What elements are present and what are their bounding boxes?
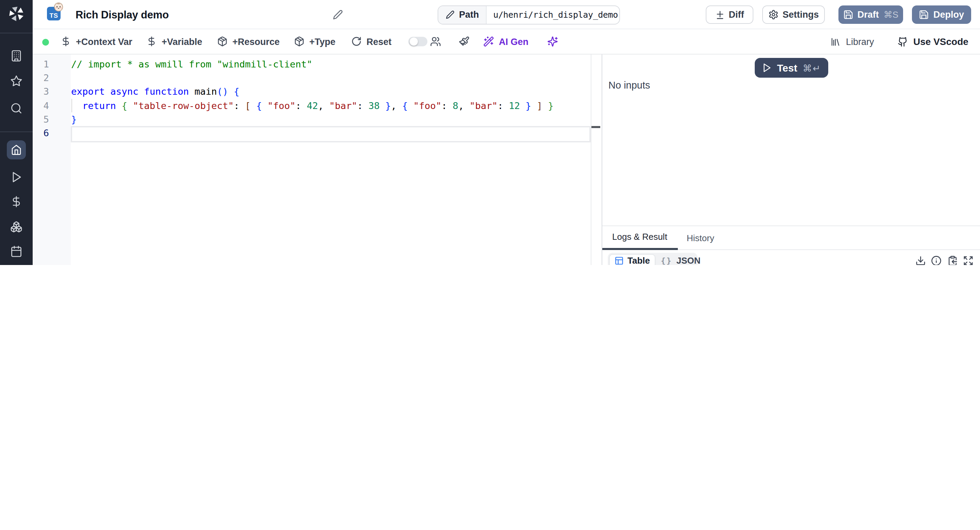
boxes-icon	[10, 221, 22, 233]
sidebar-divider	[0, 131, 33, 132]
toolbar-add-type-button[interactable]: +Type	[294, 29, 336, 54]
play-icon	[761, 63, 772, 73]
sidebar-item-resources[interactable]	[0, 221, 33, 233]
sparkles-icon	[547, 36, 558, 47]
toolbar-item-label: +Context Var	[76, 37, 132, 47]
sidebar-divider	[0, 32, 33, 33]
format-button[interactable]	[459, 29, 469, 54]
line-number: 3	[33, 85, 49, 99]
dollar-icon	[60, 37, 71, 47]
editor-right-edge	[591, 54, 592, 265]
line-number: 1	[33, 57, 49, 71]
clipboard-copy-icon[interactable]	[947, 255, 958, 265]
search-icon	[10, 102, 22, 115]
toolbar-reset-button[interactable]: Reset	[351, 29, 392, 54]
result-actions	[915, 253, 974, 265]
view-table-label: Table	[627, 256, 650, 265]
path-widget: Path u/henri/rich_display_demo	[437, 5, 620, 24]
download-result-icon[interactable]	[915, 255, 926, 265]
deploy-label: Deploy	[933, 10, 964, 20]
editor-toolbar: +Context Var+Variable+Resource+TypeReset…	[33, 29, 980, 54]
github-icon	[898, 37, 908, 47]
toolbar-item-label: +Resource	[232, 37, 280, 47]
building-icon	[10, 50, 22, 62]
table-icon	[614, 256, 624, 265]
sidebar-item-runs[interactable]	[0, 171, 33, 183]
edit-title-pencil-icon[interactable]	[333, 10, 343, 20]
diff-label: Diff	[729, 10, 744, 20]
package-icon	[217, 37, 228, 47]
deploy-button[interactable]: Deploy	[912, 5, 971, 24]
expand-icon[interactable]	[963, 255, 974, 265]
library-button[interactable]: Library	[830, 29, 874, 54]
code-line-1: // import * as wmill from "windmill-clie…	[71, 57, 312, 71]
view-table-button[interactable]: Table	[609, 254, 655, 265]
panel-divider[interactable]	[601, 54, 602, 265]
run-panel: Test ⌘↵ No inputs Logs & Result History …	[601, 54, 980, 265]
play-icon	[10, 171, 22, 183]
ai-assistant-button[interactable]	[547, 29, 558, 54]
overview-ruler-cursor	[591, 126, 600, 128]
sidebar-item-workspace[interactable]	[0, 50, 33, 62]
no-inputs-text: No inputs	[608, 80, 650, 91]
save-icon	[919, 10, 929, 20]
code-editor[interactable]: 1// import * as wmill from "windmill-cli…	[33, 54, 601, 265]
result-tabbar: Logs & Result History	[601, 226, 980, 250]
settings-label: Settings	[783, 10, 819, 20]
gear-icon	[768, 10, 778, 20]
pencil-icon	[445, 10, 454, 19]
sidebar-item-favorites[interactable]	[0, 75, 33, 87]
page-title: Rich Display demo	[76, 0, 169, 29]
tab-logs-result[interactable]: Logs & Result	[601, 226, 678, 250]
toolbar-item-label: +Variable	[162, 37, 202, 47]
tab-history[interactable]: History	[675, 226, 726, 250]
line-number: 2	[33, 71, 49, 85]
current-line-highlight	[70, 126, 590, 142]
view-json-button[interactable]: {} JSON	[655, 256, 706, 265]
diff-button[interactable]: Diff	[706, 5, 753, 24]
status-dot	[42, 38, 49, 45]
code-line-5: }	[71, 112, 77, 126]
sidebar-item-home[interactable]	[7, 140, 26, 160]
diff-mode-toggle[interactable]	[408, 37, 427, 46]
braces-icon: {}	[661, 256, 672, 265]
path-edit-button[interactable]: Path	[438, 6, 487, 24]
draft-label: Draft	[858, 10, 879, 20]
home-icon	[11, 144, 22, 155]
info-icon[interactable]	[931, 255, 942, 265]
draft-shortcut: ⌘S	[884, 10, 898, 20]
dollar-icon	[146, 37, 157, 47]
path-value[interactable]: u/henri/rich_display_demo	[487, 6, 618, 24]
windmill-logo-icon[interactable]	[8, 5, 24, 22]
ai-gen-button[interactable]: AI Gen	[483, 29, 528, 54]
line-number: 6	[33, 126, 49, 140]
use-vscode-button[interactable]: Use VScode	[898, 29, 969, 54]
line-number: 4	[33, 99, 49, 112]
test-button[interactable]: Test ⌘↵	[754, 58, 828, 78]
paintbrush-icon	[459, 36, 469, 47]
path-label: Path	[459, 10, 479, 20]
toolbar-add-variable-button[interactable]: +Variable	[146, 29, 202, 54]
sidebar-item-schedules[interactable]	[0, 245, 33, 257]
sidebar	[0, 0, 33, 265]
calendar-icon	[10, 245, 22, 257]
ai-gen-label: AI Gen	[499, 37, 528, 47]
save-icon	[843, 10, 853, 20]
test-shortcut: ⌘↵	[803, 62, 821, 73]
toolbar-item-label: Reset	[366, 37, 392, 47]
toolbar-add-resource-button[interactable]: +Resource	[217, 29, 280, 54]
bun-icon	[54, 2, 63, 11]
sidebar-item-variables[interactable]	[0, 196, 33, 208]
users-icon	[430, 36, 441, 47]
windmill-script-editor: TS Rich Display demo Path u/henri/rich_d…	[0, 0, 980, 265]
draft-button[interactable]: Draft ⌘S	[838, 5, 903, 24]
library-icon	[830, 37, 840, 47]
sidebar-item-search[interactable]	[0, 102, 33, 115]
multiplayer-button[interactable]	[430, 29, 441, 54]
code-line-4: return { "table-row-object": [ { "foo": …	[71, 99, 554, 112]
view-json-label: JSON	[676, 256, 701, 265]
toolbar-add-context-var-button[interactable]: +Context Var	[60, 29, 132, 54]
line-number: 5	[33, 112, 49, 126]
settings-button[interactable]: Settings	[762, 5, 825, 24]
star-icon	[10, 75, 22, 87]
